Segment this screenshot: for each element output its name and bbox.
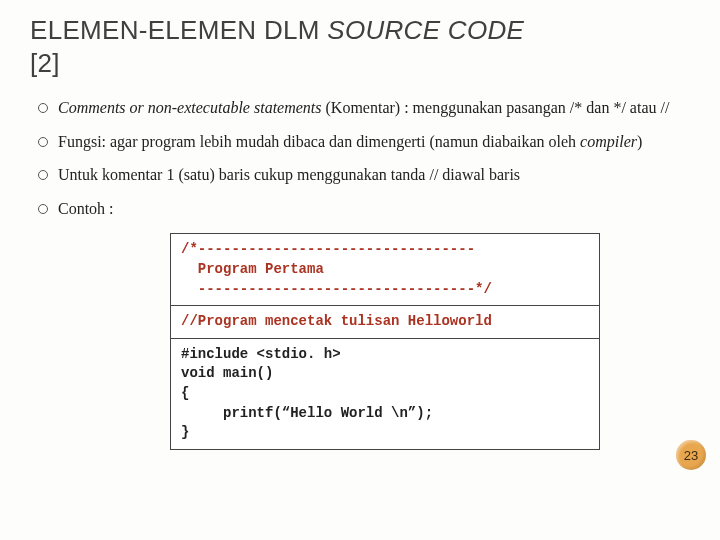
bullet-list: Comments or non-extecutable statements (…: [30, 97, 690, 219]
list-item: Fungsi: agar program lebih mudah dibaca …: [36, 131, 690, 153]
bullet-text: Untuk komentar 1 (satu) baris cukup meng…: [58, 166, 520, 183]
code-box: /*--------------------------------- Prog…: [170, 233, 600, 449]
title-suffix: [2]: [30, 48, 60, 78]
list-item: Contoh :: [36, 198, 690, 220]
code-block-program: #include <stdio. h> void main() { printf…: [171, 339, 599, 449]
bullet-text: Contoh :: [58, 200, 114, 217]
list-item: Untuk komentar 1 (satu) baris cukup meng…: [36, 164, 690, 186]
list-item: Comments or non-extecutable statements (…: [36, 97, 690, 119]
title-italic: SOURCE CODE: [327, 15, 524, 45]
code-block-comment-multi: /*--------------------------------- Prog…: [171, 234, 599, 306]
slide: ELEMEN-ELEMEN DLM SOURCE CODE [2] Commen…: [0, 0, 720, 540]
bullet-text: Comments or non-extecutable statements (…: [58, 99, 669, 116]
code-block-comment-single: //Program mencetak tulisan Helloworld: [171, 306, 599, 339]
page-number-badge: 23: [676, 440, 706, 470]
slide-title: ELEMEN-ELEMEN DLM SOURCE CODE [2]: [30, 14, 690, 79]
title-prefix: ELEMEN-ELEMEN DLM: [30, 15, 327, 45]
bullet-text: Fungsi: agar program lebih mudah dibaca …: [58, 133, 642, 150]
page-number: 23: [684, 448, 698, 463]
